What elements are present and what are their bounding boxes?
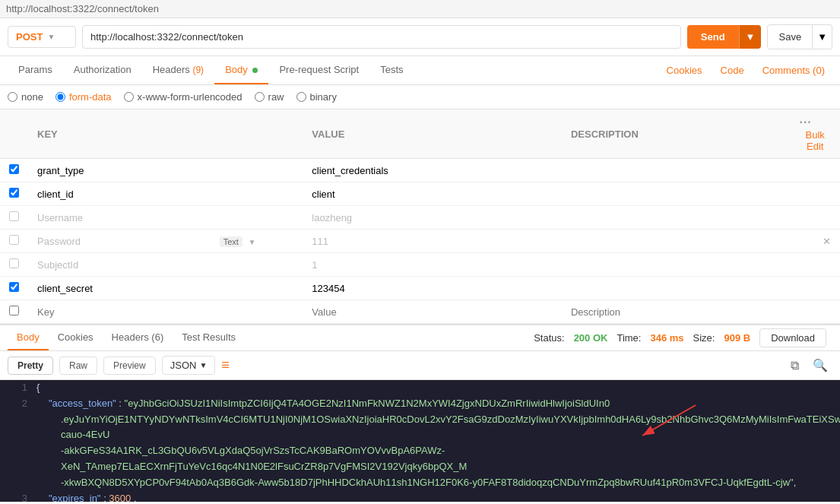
radio-form-data[interactable]: form-data [55,91,112,103]
headers-badge: (9) [192,65,204,75]
size-label: Size: [693,332,715,344]
response-tab-body[interactable]: Body [8,325,49,350]
key-input[interactable] [37,283,293,294]
response-tab-test-results[interactable]: Test Results [173,325,245,350]
text-badge-dropdown[interactable]: ▼ [249,238,256,246]
raw-button[interactable]: Raw [59,357,97,375]
radio-none[interactable]: none [8,91,43,103]
row-close-icon[interactable]: ✕ [823,236,831,247]
key-input[interactable] [37,259,293,271]
tab-params[interactable]: Params [8,56,63,84]
format-select[interactable]: JSON ▼ [162,356,216,375]
value-input[interactable] [312,306,553,318]
params-table: KEY VALUE DESCRIPTION ··· Bulk Edit [0,109,840,324]
key-input[interactable] [37,306,293,318]
request-tabs-bar: Params Authorization Headers (9) Body Pr… [0,56,840,85]
key-input[interactable] [37,189,293,200]
radio-raw[interactable]: raw [255,91,284,103]
table-row [0,182,840,206]
size-value: 909 B [724,332,750,344]
json-viewer: 1 { 2 "access_token" : "eyJhbGciOiJSUzI1… [0,380,840,502]
table-row [0,159,840,182]
row-checkbox[interactable] [9,282,19,292]
value-input[interactable] [312,165,553,176]
body-type-row: none form-data x-www-form-urlencoded raw… [0,85,840,109]
radio-urlencoded[interactable]: x-www-form-urlencoded [124,91,242,103]
time-value: 346 ms [650,332,683,344]
tab-body[interactable]: Body [214,56,268,84]
method-value: POST [16,31,43,43]
browser-url: http://localhost:3322/connect/token [6,3,159,14]
response-tab-cookies[interactable]: Cookies [49,325,103,350]
save-dropdown-button[interactable]: ▼ [813,24,832,49]
table-row [0,253,840,277]
key-input[interactable] [37,236,217,247]
row-checkbox[interactable] [9,211,19,221]
wrap-icon[interactable]: ≡ [221,357,230,373]
tab-code-right[interactable]: Code [713,57,752,84]
value-input[interactable] [312,259,553,271]
value-input[interactable] [312,283,553,294]
send-btn-group: Send ▼ [687,25,762,49]
tab-authorization[interactable]: Authorization [63,56,142,84]
tab-cookies-right[interactable]: Cookies [659,57,710,84]
response-section: Body Cookies Headers (6) Test Results St… [0,324,840,502]
th-key: KEY [28,109,303,159]
json-line-2c: -akkGFeS34A1RK_cL3GbQU6v5VLgXdaQ5ojVrSzs… [0,443,840,475]
tab-pre-request[interactable]: Pre-request Script [268,56,369,84]
download-button[interactable]: Download [759,328,826,347]
save-button[interactable]: Save [767,24,813,49]
format-dropdown-icon: ▼ [199,361,207,369]
copy-button[interactable]: ⧉ [786,357,804,374]
table-row: Text ▼ ✕ [0,230,840,253]
response-status-bar: Status: 200 OK Time: 346 ms Size: 909 B … [534,328,832,347]
time-label: Time: [617,332,641,344]
body-dot [252,68,258,73]
json-toolbar-right: ⧉ 🔍 [786,357,832,374]
request-toolbar: POST ▼ Send ▼ Save ▼ [0,18,840,56]
desc-input[interactable] [571,165,781,176]
json-line-2: 2 "access_token" : "eyJhbGciOiJSUzI1NiIs… [0,396,840,412]
method-select[interactable]: POST ▼ [8,26,76,48]
tab-headers[interactable]: Headers (9) [142,56,214,84]
json-line-2b: .eyJuYmYiOjE1NTYyNDYwNTksImV4cCI6MTU1NjI… [0,412,840,444]
value-input[interactable] [312,189,553,200]
send-dropdown-button[interactable]: ▼ [739,25,762,49]
row-checkbox[interactable] [9,188,19,198]
tab-comments-right[interactable]: Comments (0) [755,57,832,84]
row-checkbox[interactable] [9,164,19,174]
bulk-edit-button[interactable]: Bulk Edit [799,129,831,152]
table-row [0,277,840,300]
desc-input[interactable] [571,306,781,318]
th-value: VALUE [303,109,562,159]
text-badge: Text [220,236,242,247]
row-checkbox[interactable] [9,258,19,268]
json-line-2d: -xkwBXQN8D5XYpCP0vF94tAb0Aq3B6Gdk-Aww5b1… [0,475,840,491]
pretty-button[interactable]: Pretty [8,357,53,375]
table-row [0,300,840,324]
row-checkbox[interactable] [9,235,19,245]
row-checkbox[interactable] [9,306,19,315]
tab-tests[interactable]: Tests [369,56,414,84]
status-label: Status: [534,332,564,344]
value-input[interactable] [312,236,553,247]
radio-binary[interactable]: binary [296,91,337,103]
preview-button[interactable]: Preview [103,357,156,375]
json-toolbar: Pretty Raw Preview JSON ▼ ≡ ⧉ 🔍 [0,351,840,380]
response-tabs-bar: Body Cookies Headers (6) Test Results St… [0,325,840,351]
json-line-1: 1 { [0,380,840,396]
table-row [0,206,840,230]
status-value: 200 OK [574,332,608,344]
value-input[interactable] [312,212,553,223]
json-line-3: 3 "expires_in" : 3600 , [0,491,840,502]
th-description: DESCRIPTION [562,109,791,159]
response-tab-headers[interactable]: Headers (6) [103,325,173,350]
th-actions: ··· Bulk Edit [790,109,840,159]
url-input[interactable] [82,25,681,49]
th-checkbox [0,109,28,159]
key-input[interactable] [37,212,293,223]
search-button[interactable]: 🔍 [808,357,832,374]
key-input[interactable] [37,165,293,176]
method-dropdown-icon: ▼ [47,33,55,41]
send-button[interactable]: Send [687,25,739,49]
